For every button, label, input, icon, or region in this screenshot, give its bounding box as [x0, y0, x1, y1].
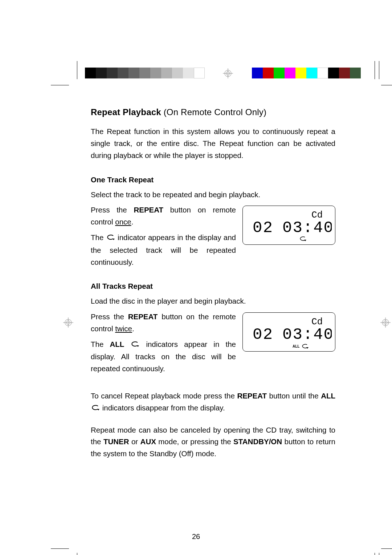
- crop-mark: [379, 61, 379, 79]
- crop-mark: [77, 61, 77, 79]
- one-track-heading: One Track Repeat: [91, 174, 335, 186]
- registration-mark-icon: [223, 68, 233, 78]
- lcd-time: 03:40: [282, 219, 332, 237]
- title-strong: Repeat Playback: [91, 107, 161, 117]
- one-track-block: Press the REPEAT button on remote contro…: [91, 204, 335, 268]
- one-track-line2: Press the REPEAT button on remote contro…: [91, 204, 236, 228]
- repeat-icon: [130, 339, 140, 351]
- one-track-line3: The indicator appears in the display and…: [91, 232, 236, 268]
- all-tracks-heading: All Tracks Repeat: [91, 280, 335, 292]
- cancel-paragraph: To cancel Repeat playback mode press the…: [91, 390, 335, 415]
- crop-mark: [379, 553, 379, 555]
- crop-mark: [51, 548, 69, 549]
- lcd-display: Cd 02 03:40: [242, 206, 335, 245]
- crop-mark: [51, 85, 69, 85]
- crop-mark: [381, 85, 392, 85]
- page-number: 26: [0, 532, 392, 541]
- registration-mark-icon: [380, 317, 391, 328]
- title-rest: (On Remote Control Only): [161, 107, 266, 117]
- repeat-icon: [91, 403, 100, 415]
- crop-mark: [375, 553, 375, 555]
- all-tracks-block: Press the REPEAT button on the remote co…: [91, 311, 335, 375]
- lcd-track: 02: [253, 325, 273, 344]
- repeat-icon: [302, 344, 309, 349]
- lcd-all-label: ALL: [293, 344, 299, 348]
- all-tracks-line3: The ALL indicators appear in the display…: [91, 339, 236, 375]
- crop-mark: [381, 548, 392, 549]
- intro-paragraph: The Repeat function in this system allow…: [91, 126, 335, 161]
- one-track-line1: Select the track to be repeated and begi…: [91, 189, 335, 201]
- crop-mark: [375, 61, 375, 79]
- manual-content: Repeat Playback (On Remote Control Only)…: [91, 105, 335, 469]
- lcd-display-all: Cd 02 03:40 ALL: [242, 312, 335, 352]
- all-tracks-line1: Load the disc in the player and begin pl…: [91, 295, 335, 307]
- registration-mark-icon: [63, 317, 73, 328]
- document-page: Repeat Playback (On Remote Control Only)…: [0, 0, 392, 555]
- crop-mark: [77, 553, 77, 555]
- color-bar: [252, 68, 361, 78]
- repeat-icon: [106, 232, 115, 244]
- lcd-track: 02: [253, 219, 273, 237]
- greyscale-bar: [85, 68, 205, 78]
- all-tracks-line2: Press the REPEAT button on the remote co…: [91, 311, 236, 335]
- repeat-icon: [300, 237, 306, 241]
- lcd-time: 03:40: [282, 325, 332, 344]
- cancel-paragraph-2: Repeat mode can also be canceled by open…: [91, 424, 335, 460]
- page-title: Repeat Playback (On Remote Control Only): [91, 105, 335, 119]
